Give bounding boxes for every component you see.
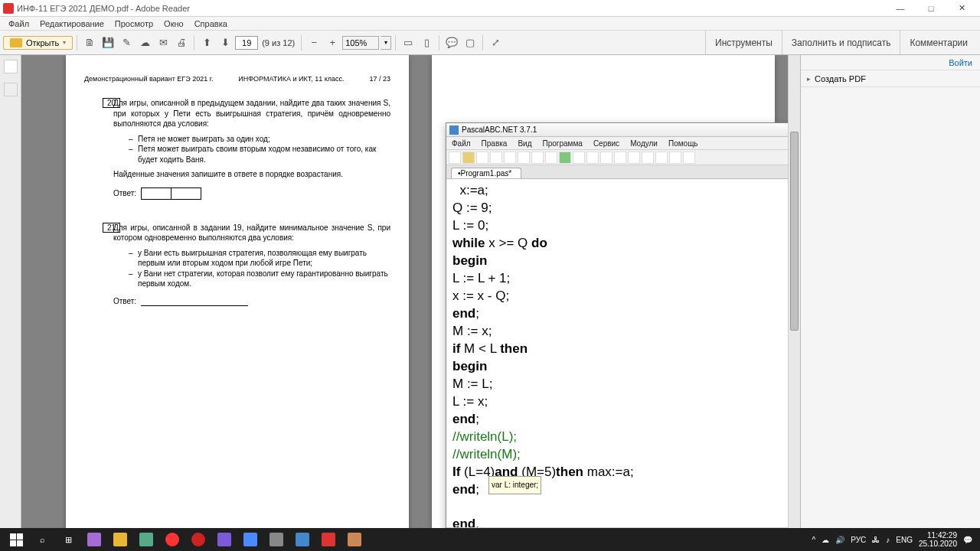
attachment-icon[interactable]: [4, 83, 18, 96]
zoom-in-icon[interactable]: +: [324, 34, 341, 51]
system-tray[interactable]: ^ ☁ 🔊 РУС 🖧 ♪ ENG 11:42:29 25.10.2020 💬: [812, 531, 977, 548]
tab-fill-sign[interactable]: Заполнить и подписать: [782, 31, 900, 54]
ptb-open-icon[interactable]: [462, 152, 475, 164]
code-editor[interactable]: x:=a; Q := 9; L := 0; while x >= Q do be…: [446, 179, 800, 527]
app-1[interactable]: [81, 528, 107, 551]
pascal-window[interactable]: PascalABC.NET 3.7.1 Файл Правка Вид Прог…: [446, 122, 800, 543]
ptb-opts-icon[interactable]: [642, 152, 654, 164]
page-down-icon[interactable]: ⬇: [217, 34, 234, 51]
fit-page-icon[interactable]: ▭: [400, 34, 416, 51]
tray-cloud-icon[interactable]: ☁: [822, 536, 829, 544]
edit-icon[interactable]: ✎: [118, 34, 135, 51]
pdf-page-left: Демонстрационный вариант ЕГЭ 2021 г. ИНФ…: [66, 55, 409, 551]
ptb-redo-icon[interactable]: [545, 152, 557, 164]
open-button[interactable]: Открыть ▾: [3, 36, 73, 50]
zoom-out-icon[interactable]: −: [305, 34, 322, 51]
tray-lang2[interactable]: ENG: [896, 536, 913, 544]
create-pdf-row[interactable]: ▸ Создать PDF: [801, 70, 980, 87]
pascal-title-bar[interactable]: PascalABC.NET 3.7.1: [446, 123, 800, 137]
pmenu-modules[interactable]: Модули: [625, 139, 663, 148]
q21-text: Для игры, описанной в задании 19, найдит…: [113, 223, 390, 243]
ptb-paste-icon[interactable]: [518, 152, 530, 164]
pmenu-edit[interactable]: Правка: [476, 139, 513, 148]
taskview-button[interactable]: ⊞: [55, 528, 81, 551]
menu-edit[interactable]: Редактирование: [34, 19, 109, 28]
email-icon[interactable]: ✉: [155, 34, 172, 51]
app-viber[interactable]: [211, 528, 237, 551]
pmenu-service[interactable]: Сервис: [588, 139, 625, 148]
menu-file[interactable]: Файл: [3, 19, 34, 28]
comment-icon[interactable]: 💬: [443, 34, 460, 51]
ptb-new-icon[interactable]: [449, 152, 461, 164]
menu-help[interactable]: Справка: [189, 19, 233, 28]
ptb-x2-icon[interactable]: [669, 152, 681, 164]
tray-chevron-icon[interactable]: ^: [812, 536, 816, 544]
pmenu-view[interactable]: Вид: [512, 139, 537, 148]
scrollbar-thumb[interactable]: [790, 132, 799, 331]
pascal-tab-program1[interactable]: •Program1.pas*: [451, 168, 521, 178]
document-area[interactable]: Демонстрационный вариант ЕГЭ 2021 г. ИНФ…: [21, 55, 800, 551]
menu-window[interactable]: Окно: [158, 19, 189, 28]
ptb-copy-icon[interactable]: [504, 152, 516, 164]
menu-bar: Файл Редактирование Просмотр Окно Справк…: [0, 17, 980, 31]
page-input[interactable]: [235, 36, 258, 50]
ptb-stepinto-icon[interactable]: [600, 152, 612, 164]
ptb-undo-icon[interactable]: [531, 152, 544, 164]
pmenu-program[interactable]: Программа: [537, 139, 587, 148]
start-button[interactable]: [3, 528, 29, 551]
q21-bullet2: у Вани нет стратегии, которая позволит е…: [129, 269, 390, 289]
page-up-icon[interactable]: ⬆: [198, 34, 215, 51]
fit-width-icon[interactable]: ▯: [418, 34, 435, 51]
ptb-stop-icon[interactable]: [573, 152, 585, 164]
app-yandex1[interactable]: [159, 528, 185, 551]
answer-box-1: [141, 187, 172, 200]
print-icon[interactable]: 🖨: [173, 34, 190, 51]
app-yandex2[interactable]: [185, 528, 211, 551]
close-button[interactable]: ✕: [946, 1, 977, 16]
cloud-icon[interactable]: ☁: [136, 34, 153, 51]
app-3[interactable]: [263, 528, 289, 551]
app-4[interactable]: [341, 528, 368, 551]
ptb-save-icon[interactable]: [476, 152, 488, 164]
tray-lang1[interactable]: РУС: [851, 536, 866, 544]
tray-clock[interactable]: 11:42:29 25.10.2020: [919, 531, 957, 548]
pmenu-help[interactable]: Помощь: [663, 139, 704, 148]
ptb-break-icon[interactable]: [628, 152, 640, 164]
tab-tools[interactable]: Инструменты: [705, 31, 782, 54]
ptb-run-icon[interactable]: [559, 152, 571, 164]
expand-icon[interactable]: ⤢: [487, 34, 504, 51]
create-pdf-icon[interactable]: 🗎: [81, 34, 98, 51]
maximize-button[interactable]: □: [916, 1, 946, 16]
zoom-value[interactable]: 105%: [342, 36, 379, 50]
app-pascal[interactable]: [289, 528, 315, 551]
ptb-x3-icon[interactable]: [683, 152, 695, 164]
tray-sound-icon[interactable]: ♪: [886, 536, 890, 544]
app-2[interactable]: [133, 528, 159, 551]
tab-comments[interactable]: Комментарии: [900, 31, 977, 54]
ptb-stepout-icon[interactable]: [614, 152, 626, 164]
app-explorer[interactable]: [107, 528, 133, 551]
tray-notifications-icon[interactable]: 💬: [963, 536, 972, 544]
pdf-icon: [3, 3, 14, 14]
app-reader[interactable]: [315, 528, 341, 551]
ptb-x1-icon[interactable]: [655, 152, 668, 164]
pascal-icon: [449, 126, 459, 135]
title-bar: ИНФ-11 ЕГЭ 2021 ДЕМО.pdf - Adobe Reader …: [0, 0, 980, 17]
zoom-dropdown[interactable]: ▾: [381, 36, 391, 50]
doc-scrollbar[interactable]: [788, 55, 800, 551]
ptb-step-icon[interactable]: [586, 152, 599, 164]
tray-volume-icon[interactable]: 🔊: [835, 536, 844, 544]
menu-view[interactable]: Просмотр: [109, 19, 158, 28]
q20-number: 20: [103, 98, 120, 108]
highlight-icon[interactable]: ▢: [462, 34, 479, 51]
hdr-left: Демонстрационный вариант ЕГЭ 2021 г.: [84, 75, 213, 83]
login-link[interactable]: Войти: [801, 55, 980, 70]
app-zoom[interactable]: [237, 528, 263, 551]
thumbnails-icon[interactable]: [4, 60, 18, 73]
save-icon[interactable]: 💾: [100, 34, 116, 51]
search-button[interactable]: ⌕: [29, 528, 55, 551]
ptb-cut-icon[interactable]: [490, 152, 502, 164]
pmenu-file[interactable]: Файл: [446, 139, 476, 148]
tray-network-icon[interactable]: 🖧: [872, 536, 880, 544]
minimize-button[interactable]: —: [885, 1, 916, 16]
